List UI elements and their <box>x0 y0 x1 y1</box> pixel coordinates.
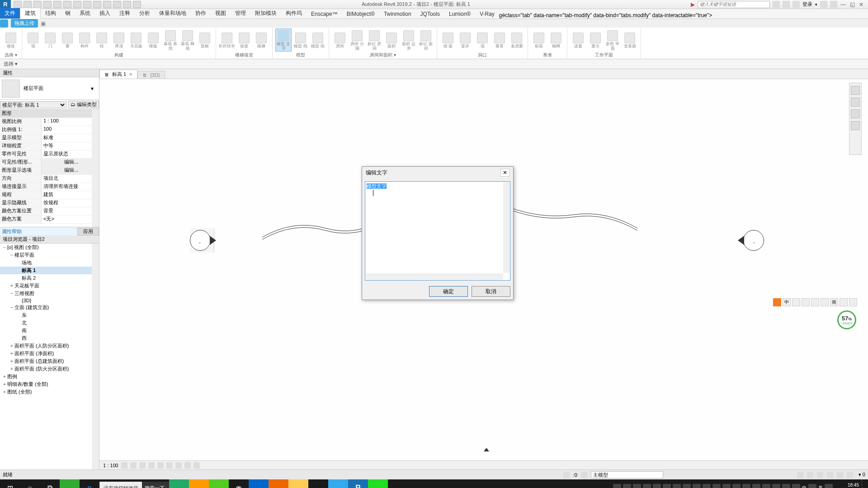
tool-roof[interactable]: 屋顶 <box>111 28 127 52</box>
tb-app9-icon[interactable] <box>328 479 348 488</box>
tool-viewer[interactable]: 查看器 <box>622 28 638 52</box>
dialog-text-vscroll[interactable] <box>503 182 509 273</box>
tb-revit-icon[interactable]: R <box>348 479 368 488</box>
start-button[interactable]: ⊞ <box>0 479 20 488</box>
ime-ch[interactable]: 中 <box>802 485 807 488</box>
ie-title[interactable]: 没有确切特效药 <box>99 482 142 488</box>
tab-lumion[interactable]: Lumion® <box>444 9 475 19</box>
tab-manage[interactable]: 管理 <box>231 8 250 19</box>
tb-app6-icon[interactable] <box>269 479 288 488</box>
tool-grid[interactable]: 轴网 <box>548 28 564 52</box>
upload-button[interactable]: 拖拽上传 <box>11 19 38 28</box>
elevation-marker-west[interactable]: - <box>190 228 214 253</box>
tab-annotate[interactable]: 注释 <box>115 8 135 19</box>
tool-mullion[interactable]: 竖梃 <box>197 28 213 52</box>
tray-icon[interactable] <box>683 484 691 488</box>
status-select-icon[interactable] <box>807 472 813 478</box>
tb-app2-icon[interactable] <box>189 479 209 488</box>
tb-chrome-icon[interactable]: ◉ <box>229 479 249 488</box>
status-pin-icon[interactable] <box>837 472 843 478</box>
tab-massing[interactable]: 体量和场地 <box>155 8 191 19</box>
browser-node[interactable]: +天花板平面 <box>0 282 99 290</box>
qat-dim-icon[interactable] <box>73 1 81 8</box>
status-design-icon[interactable] <box>581 472 587 478</box>
tool-floor[interactable]: 楼板 <box>145 28 161 52</box>
tray-icon[interactable] <box>752 484 760 488</box>
ime-en[interactable]: 英 <box>818 485 823 488</box>
qat-close-icon[interactable] <box>123 1 131 8</box>
browser-node[interactable]: −楼层平面 <box>0 251 99 259</box>
qat-open-icon[interactable] <box>14 1 22 8</box>
property-row[interactable]: 视图比例1 : 100 <box>0 118 99 126</box>
vc-detail-icon[interactable] <box>121 462 127 469</box>
minimize-button[interactable]: — <box>840 1 846 8</box>
taskview-button[interactable]: ⧉ <box>40 479 60 488</box>
tool-modeltext[interactable]: 模型 文字 <box>275 28 292 52</box>
browser-node[interactable]: −三维视图 <box>0 290 99 297</box>
tool-show[interactable]: 显示 <box>587 28 604 52</box>
tray-icon[interactable] <box>693 484 701 488</box>
tool-dormer[interactable]: 老虎窗 <box>509 28 525 52</box>
browser-node[interactable]: 标高 2 <box>0 274 99 282</box>
speed-indicator[interactable]: 57% ↑342K/s <box>837 310 856 329</box>
browser-node[interactable]: +面积平面 (人防分区面积) <box>0 342 99 350</box>
ime-gear-icon[interactable] <box>849 298 857 306</box>
property-row[interactable]: 显示模型标准 <box>0 134 99 142</box>
status-filter-icon[interactable] <box>797 472 803 478</box>
tray-icon[interactable] <box>722 484 731 488</box>
tray-net-icon[interactable] <box>825 484 833 488</box>
tray-icon[interactable] <box>673 484 681 488</box>
property-row[interactable]: 零件可见性显示原状态 <box>0 150 99 159</box>
tab-vray[interactable]: V-Ray <box>475 9 499 19</box>
browser-node[interactable]: 东 <box>0 311 99 319</box>
view-scale[interactable]: 1 : 100 <box>103 463 118 468</box>
browser-node[interactable]: −立面 (建筑立面) <box>0 304 99 311</box>
type-selector[interactable]: 楼层平面 ▾ <box>0 77 99 100</box>
tool-window[interactable]: 窗 <box>59 28 75 52</box>
property-row[interactable]: 规程建筑 <box>0 191 99 199</box>
tb-app3-icon[interactable] <box>209 479 229 488</box>
browser-node[interactable]: 标高 1 <box>0 267 99 274</box>
select-label[interactable]: 选择 ▾ <box>4 61 18 67</box>
qat-thinlines-icon[interactable] <box>113 1 121 8</box>
tool-tagroom[interactable]: 标记 房间 <box>366 28 382 52</box>
tab-analyze[interactable]: 分析 <box>135 8 155 19</box>
tab-file[interactable]: 文件 <box>0 8 20 19</box>
tool-curtainsys[interactable]: 幕墙 系统 <box>162 28 179 52</box>
browser-node[interactable]: 南 <box>0 327 99 334</box>
elevation-marker-east[interactable]: - <box>740 228 764 253</box>
tab-collaborate[interactable]: 协作 <box>191 8 211 19</box>
property-row[interactable]: 显示隐藏线按规程 <box>0 199 99 207</box>
vc-constraints-icon[interactable] <box>193 462 200 469</box>
tool-set[interactable]: 设置 <box>570 28 586 52</box>
browser-node[interactable]: +面积平面 (防火分区面积) <box>0 365 99 373</box>
tray-sound-icon[interactable] <box>808 484 816 488</box>
tool-railing[interactable]: 栏杆扶手 <box>219 28 235 52</box>
tray-icon[interactable] <box>792 484 800 488</box>
tray-icon[interactable] <box>613 484 621 488</box>
type-dropdown-icon[interactable]: ▾ <box>91 85 97 92</box>
tool-ceiling[interactable]: 天花板 <box>128 28 144 52</box>
tray-icon[interactable] <box>742 484 750 488</box>
user-icon[interactable] <box>793 1 800 8</box>
tray-icon[interactable] <box>633 484 641 488</box>
tool-column[interactable]: 柱 <box>94 28 110 52</box>
tool-tagarea[interactable]: 标记 面积 <box>418 28 434 52</box>
tab-systems[interactable]: 系统 <box>75 8 95 19</box>
vc-hide-icon[interactable] <box>175 462 182 469</box>
property-row[interactable]: 可见性/图形...编辑... <box>0 159 99 167</box>
tray-icon[interactable] <box>732 484 741 488</box>
tray-icon[interactable] <box>762 484 770 488</box>
browser-scrollbar[interactable] <box>92 244 99 469</box>
tool-byface[interactable]: 按 面 <box>440 28 456 52</box>
ime-ch-icon[interactable]: 中 <box>783 298 791 306</box>
tool-areabound[interactable]: 面积 边界 <box>401 28 417 52</box>
vc-crop2-icon[interactable] <box>166 462 173 469</box>
qat-tag-icon[interactable] <box>93 1 101 8</box>
vc-sun-icon[interactable] <box>139 462 146 469</box>
status-model-combo[interactable]: 主模型 <box>591 471 663 479</box>
ime-simp-icon[interactable]: 简 <box>830 298 838 306</box>
tray-icon[interactable] <box>772 484 780 488</box>
view-tab-level1[interactable]: 🗎 标高 1 ✕ <box>99 70 137 79</box>
ime-moon-icon[interactable] <box>792 298 800 306</box>
